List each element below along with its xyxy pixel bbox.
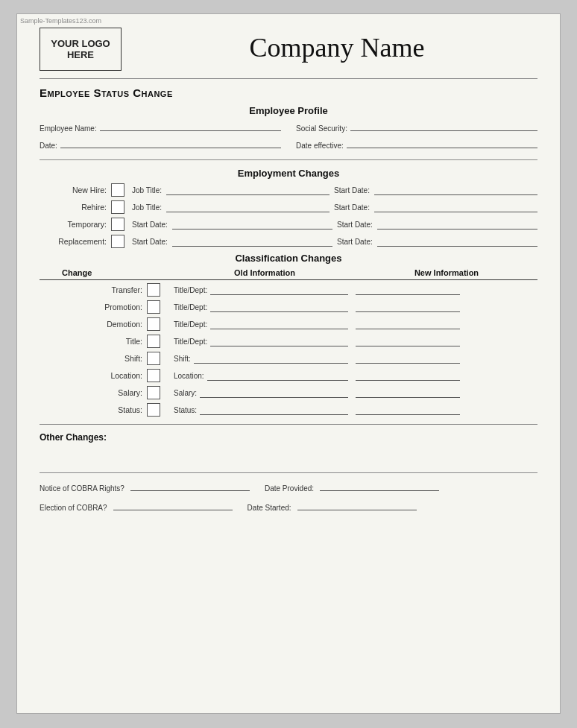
replacement-startdate1-line[interactable] xyxy=(172,236,332,247)
rehire-row: Rehire: Job Title: Start Date: xyxy=(40,200,537,214)
location-new-line[interactable] xyxy=(356,370,460,381)
new-info-header: New Information xyxy=(356,268,537,277)
header: YOUR LOGOHERE Company Name xyxy=(40,28,537,71)
employee-name-label: Employee Name: xyxy=(40,124,97,133)
demotion-old-label: Title/Dept: xyxy=(174,320,207,329)
demotion-new-cell xyxy=(356,319,537,329)
old-info-header: Old Information xyxy=(174,268,356,277)
transfer-checkbox[interactable] xyxy=(147,283,160,297)
temporary-checkbox[interactable] xyxy=(111,218,124,231)
demotion-label-cell: Demotion: xyxy=(40,317,174,331)
change-header: Change xyxy=(40,268,174,277)
demotion-row: Demotion: Title/Dept: xyxy=(40,317,537,331)
shift-label: Shift: xyxy=(124,354,142,363)
status-new-line[interactable] xyxy=(356,405,460,415)
transfer-new-cell xyxy=(356,285,537,295)
title-checkbox[interactable] xyxy=(147,335,160,348)
salary-label: Salary: xyxy=(118,388,142,397)
promotion-new-cell xyxy=(356,302,537,312)
social-security-line[interactable] xyxy=(350,121,537,131)
replacement-checkbox[interactable] xyxy=(111,235,124,248)
new-hire-fields: Job Title: Start Date: xyxy=(132,185,537,195)
new-hire-startdate-label: Start Date: xyxy=(334,186,370,194)
location-new-cell xyxy=(356,370,537,381)
cobra-election-line[interactable] xyxy=(113,500,233,510)
transfer-old-line[interactable] xyxy=(210,285,348,295)
promotion-new-line[interactable] xyxy=(356,302,460,312)
profile-divider xyxy=(40,159,537,160)
rehire-startdate-line[interactable] xyxy=(374,202,537,212)
temporary-startdate1-label: Start Date: xyxy=(132,221,168,229)
transfer-new-line[interactable] xyxy=(356,285,460,295)
title-old-cell: Title/Dept: xyxy=(174,336,356,346)
classification-title: Classification Changes xyxy=(40,253,537,264)
watermark: Sample-Templates123.com xyxy=(20,17,101,25)
salary-new-cell xyxy=(356,387,537,398)
employee-profile-title: Employee Profile xyxy=(40,105,537,116)
temporary-fields: Start Date: Start Date: xyxy=(132,219,537,230)
rehire-jobtitle-line[interactable] xyxy=(166,202,330,212)
salary-new-line[interactable] xyxy=(356,387,460,398)
employee-name-line[interactable] xyxy=(100,121,281,131)
replacement-startdate2-label: Start Date: xyxy=(337,238,373,246)
title-new-line[interactable] xyxy=(356,336,460,346)
salary-checkbox[interactable] xyxy=(147,386,160,399)
employment-changes-title: Employment Changes xyxy=(40,168,537,179)
rehire-jobtitle-label: Job Title: xyxy=(132,203,162,212)
cobra-rights-date-pair: Date Provided: xyxy=(265,481,439,493)
shift-old-cell: Shift: xyxy=(174,353,356,364)
title-label-cell: Title: xyxy=(40,335,174,348)
demotion-checkbox[interactable] xyxy=(147,317,160,331)
other-changes-label: Other Changes: xyxy=(40,432,537,443)
temporary-startdate2-line[interactable] xyxy=(377,219,537,230)
location-checkbox[interactable] xyxy=(147,369,160,382)
replacement-startdate2-line[interactable] xyxy=(377,236,537,247)
classification-section: Classification Changes Change Old Inform… xyxy=(40,253,537,417)
cobra-election-date-label: Date Started: xyxy=(247,504,291,512)
date-effective-line[interactable] xyxy=(347,138,537,148)
title-old-label: Title/Dept: xyxy=(174,338,207,346)
date-line[interactable] xyxy=(60,138,281,148)
status-old-line[interactable] xyxy=(200,405,348,415)
title-old-line[interactable] xyxy=(210,336,348,346)
date-label: Date: xyxy=(40,142,57,150)
promotion-old-line[interactable] xyxy=(210,302,348,312)
other-changes-section: Other Changes: xyxy=(40,432,537,443)
temporary-label: Temporary: xyxy=(40,220,107,229)
logo-box: YOUR LOGOHERE xyxy=(40,28,122,71)
logo-text: YOUR LOGOHERE xyxy=(51,38,110,60)
employee-profile-grid: Employee Name: Social Security: Date: Da… xyxy=(40,121,537,152)
status-label: Status: xyxy=(118,405,142,414)
demotion-new-line[interactable] xyxy=(356,319,460,329)
demotion-old-cell: Title/Dept: xyxy=(174,319,356,329)
new-hire-checkbox[interactable] xyxy=(111,183,124,197)
rehire-checkbox[interactable] xyxy=(111,200,124,214)
location-old-line[interactable] xyxy=(207,370,348,381)
status-checkbox[interactable] xyxy=(147,403,160,417)
salary-old-line[interactable] xyxy=(200,387,348,398)
shift-checkbox[interactable] xyxy=(147,352,160,365)
status-old-label: Status: xyxy=(174,406,197,414)
new-hire-jobtitle-line[interactable] xyxy=(166,185,330,195)
salary-row: Salary: Salary: xyxy=(40,386,537,399)
replacement-row: Replacement: Start Date: Start Date: xyxy=(40,235,537,248)
company-name: Company Name xyxy=(136,28,537,63)
demotion-old-line[interactable] xyxy=(210,319,348,329)
status-old-cell: Status: xyxy=(174,405,356,415)
temporary-startdate1-line[interactable] xyxy=(172,219,332,230)
cobra-election-row: Election of COBRA? Date Started: xyxy=(40,500,537,512)
transfer-row: Transfer: Title/Dept: xyxy=(40,283,537,297)
replacement-label: Replacement: xyxy=(40,237,107,246)
promotion-old-cell: Title/Dept: xyxy=(174,302,356,312)
shift-old-line[interactable] xyxy=(194,353,348,364)
shift-new-line[interactable] xyxy=(356,353,460,364)
cobra-rights-date-line[interactable] xyxy=(320,481,439,491)
cobra-rights-line[interactable] xyxy=(130,481,250,491)
promotion-checkbox[interactable] xyxy=(147,300,160,314)
replacement-startdate1-label: Start Date: xyxy=(132,238,168,246)
cobra-rights-pair: Notice of COBRA Rights? xyxy=(40,481,250,493)
cobra-election-date-line[interactable] xyxy=(297,500,417,510)
new-hire-startdate-line[interactable] xyxy=(374,185,537,195)
employee-name-field: Employee Name: xyxy=(40,121,281,133)
date-effective-label: Date effective: xyxy=(296,142,344,150)
